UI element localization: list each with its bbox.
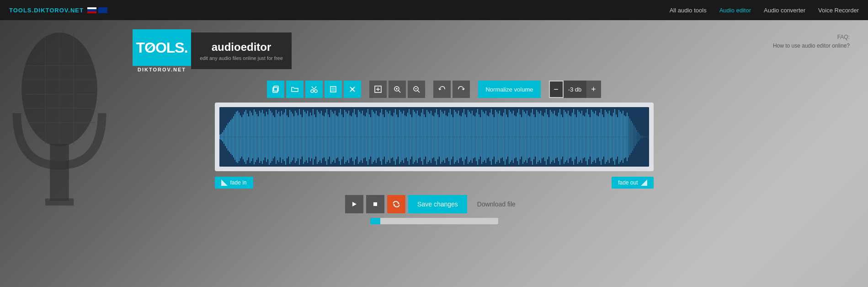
svg-line-15	[312, 87, 314, 89]
stop-icon	[373, 201, 378, 207]
redo-button[interactable]	[453, 81, 470, 98]
waveform-container[interactable]	[215, 103, 654, 171]
play-icon	[351, 201, 357, 207]
faq-link[interactable]: How to use audio editor online?	[773, 43, 850, 49]
toolbar: Normalize volume − -3 db +	[267, 81, 601, 98]
nav-all-audio-tools[interactable]: All audio tools	[670, 7, 707, 14]
flag-russian[interactable]	[87, 7, 96, 13]
minus-icon: −	[554, 85, 559, 94]
download-file-button[interactable]: Download file	[470, 195, 523, 213]
logo-tools-text: TOOLS.	[136, 39, 187, 56]
folder-icon	[291, 85, 299, 93]
svg-point-14	[314, 90, 317, 92]
faq-label: FAQ:	[837, 34, 850, 40]
svg-rect-18	[331, 87, 335, 91]
audio-editor-banner: audioeditor edit any audio files online …	[191, 32, 292, 69]
svg-line-29	[418, 91, 420, 92]
open-file-button[interactable]	[286, 81, 304, 98]
waveform-display	[219, 107, 649, 167]
delete-button[interactable]	[344, 81, 361, 98]
normalize-volume-button[interactable]: Normalize volume	[478, 81, 540, 98]
svg-marker-346	[352, 202, 357, 206]
language-flags	[87, 7, 107, 13]
progress-bar-container	[370, 218, 498, 224]
nav-audio-editor[interactable]: Audio editor	[719, 7, 751, 14]
redo-icon	[457, 85, 465, 93]
fade-in-icon	[221, 179, 228, 186]
faq-area: FAQ: How to use audio editor online?	[773, 33, 850, 50]
zoom-in-button[interactable]	[389, 81, 406, 98]
nav-links: All audio tools Audio editor Audio conve…	[670, 7, 859, 14]
svg-rect-347	[373, 202, 377, 206]
svg-line-25	[399, 91, 400, 92]
crop-button[interactable]	[325, 81, 342, 98]
logo-area: TOOLS. DIKTOROV.NET audioeditor edit any…	[133, 29, 292, 72]
header-row: TOOLS. DIKTOROV.NET audioeditor edit any…	[0, 29, 868, 72]
stop-button[interactable]	[366, 195, 384, 213]
svg-point-13	[311, 90, 314, 92]
audio-editor-subtitle: edit any audio files online just for fre…	[200, 55, 283, 61]
delete-icon	[348, 85, 357, 93]
top-navigation: TOOLS.DIKTOROV.NET All audio tools Audio…	[0, 0, 868, 20]
volume-decrease-button[interactable]: −	[549, 81, 564, 98]
progress-bar-fill	[370, 218, 380, 224]
save-changes-button[interactable]: Save changes	[408, 195, 467, 213]
svg-marker-344	[221, 179, 228, 186]
copy-icon	[272, 85, 280, 93]
fade-buttons-row: fade in fade out	[215, 177, 654, 189]
zoom-fit-icon	[374, 85, 382, 93]
logo-left-part: TOOLS. DIKTOROV.NET	[133, 29, 191, 72]
crop-icon	[329, 85, 337, 93]
zoom-out-button[interactable]	[408, 81, 425, 98]
fade-out-button[interactable]: fade out	[612, 177, 653, 189]
play-button[interactable]	[345, 195, 363, 213]
fade-out-icon	[641, 179, 647, 186]
cut-button[interactable]	[305, 81, 323, 98]
nav-logo-area: TOOLS.DIKTOROV.NET	[9, 7, 107, 14]
copy-button[interactable]	[267, 81, 284, 98]
nav-logo-text: TOOLS.DIKTOROV.NET	[9, 7, 84, 14]
volume-increase-button[interactable]: +	[586, 81, 601, 98]
nav-audio-converter[interactable]: Audio converter	[764, 7, 805, 14]
waveform-svg	[219, 107, 649, 167]
main-content: TOOLS. DIKTOROV.NET audioeditor edit any…	[0, 20, 868, 224]
scissors-icon	[310, 85, 318, 93]
playback-controls: Save changes Download file	[345, 195, 523, 213]
fade-in-button[interactable]: fade in	[215, 177, 253, 189]
volume-db-display: -3 db	[564, 81, 586, 98]
logo-diktorov-text: DIKTOROV.NET	[138, 67, 186, 72]
audio-editor-title: audioeditor	[212, 41, 272, 54]
plus-icon: +	[591, 85, 596, 94]
nav-voice-recorder[interactable]: Voice Recorder	[818, 7, 859, 14]
logo-box: TOOLS.	[133, 29, 191, 66]
svg-line-16	[314, 87, 316, 89]
undo-icon	[438, 85, 446, 93]
flag-english[interactable]	[98, 7, 107, 13]
refresh-button[interactable]	[387, 195, 405, 213]
zoom-in-icon	[393, 85, 401, 93]
undo-button[interactable]	[433, 81, 451, 98]
zoom-fit-button[interactable]	[369, 81, 387, 98]
audio-editor-title-light: audio	[212, 41, 241, 53]
refresh-icon	[392, 200, 400, 208]
svg-marker-345	[641, 179, 647, 186]
audio-editor-title-bold: editor	[241, 41, 272, 53]
zoom-out-icon	[412, 85, 421, 93]
volume-control: − -3 db +	[549, 81, 601, 98]
